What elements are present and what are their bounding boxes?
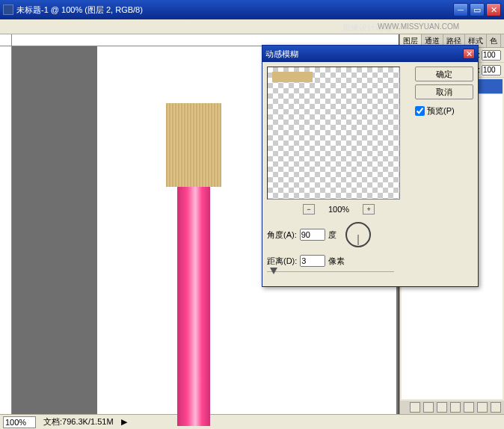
opacity-input[interactable] <box>482 50 501 61</box>
preview-content <box>272 72 313 82</box>
cancel-button[interactable]: 取消 <box>415 84 473 99</box>
distance-slider[interactable] <box>267 271 394 282</box>
zoom-out-button[interactable]: − <box>303 204 315 214</box>
app-titlebar: 未标题-1 @ 100% (图层 2, RGB/8) ─ ▭ ✕ <box>0 0 504 19</box>
watermark-text: by:古欲香萧 群：155189433 <box>211 376 376 392</box>
dialog-title-text: 动感模糊 <box>265 49 298 60</box>
angle-label: 角度(A): <box>267 229 297 241</box>
angle-unit: 度 <box>328 229 336 241</box>
options-bar: 思缘设计论坛 WWW.MISSYUAN.COM <box>0 19 504 34</box>
brush-head-shape <box>166 103 221 187</box>
dialog-close-button[interactable]: ✕ <box>463 49 475 59</box>
trash-icon[interactable] <box>491 402 501 413</box>
angle-input[interactable] <box>300 229 325 241</box>
preview-checkbox[interactable] <box>415 106 425 116</box>
ruler-vertical[interactable] <box>0 46 12 414</box>
mask-icon[interactable] <box>437 402 447 413</box>
preview-checkbox-label: 预览(P) <box>427 105 455 117</box>
zoom-readout[interactable]: 100% <box>3 416 36 428</box>
app-icon <box>3 4 13 15</box>
zoom-in-button[interactable]: + <box>363 204 375 214</box>
distance-unit: 像素 <box>328 256 345 267</box>
distance-label: 距离(D): <box>267 256 297 267</box>
preview-checkbox-row[interactable]: 预览(P) <box>415 105 473 117</box>
close-button[interactable]: ✕ <box>486 3 501 16</box>
adjustment-icon[interactable] <box>450 402 461 413</box>
status-bar: 100% 文档:796.3K/1.51M ▶ <box>0 414 504 429</box>
preview-zoom-label: 100% <box>328 205 349 214</box>
tab-color[interactable]: 色 <box>487 34 501 47</box>
minimize-button[interactable]: ─ <box>453 3 468 16</box>
brand-url: WWW.MISSYUAN.COM <box>378 22 459 31</box>
slider-thumb[interactable] <box>270 268 277 274</box>
doc-size-readout: 文档:796.3K/1.51M <box>43 416 114 428</box>
ok-button[interactable]: 确定 <box>415 67 473 81</box>
fill-input[interactable] <box>482 65 501 75</box>
link-icon[interactable] <box>410 402 420 413</box>
document-title: 未标题-1 @ 100% (图层 2, RGB/8) <box>16 4 143 16</box>
new-layer-icon[interactable] <box>477 402 488 413</box>
ruler-corner <box>0 34 12 46</box>
fx-icon[interactable] <box>423 402 434 413</box>
folder-icon[interactable] <box>464 402 474 413</box>
motion-blur-dialog: 动感模糊 ✕ − 100% + 角度(A): 度 距离(D): 像素 <box>262 45 479 287</box>
filter-preview[interactable] <box>267 67 400 200</box>
brush-handle-shape <box>177 187 210 426</box>
layer-panel-footer <box>400 401 504 414</box>
maximize-button[interactable]: ▭ <box>470 3 485 16</box>
angle-dial[interactable] <box>345 222 371 247</box>
distance-input[interactable] <box>300 255 325 267</box>
status-arrow-icon[interactable]: ▶ <box>121 417 127 427</box>
